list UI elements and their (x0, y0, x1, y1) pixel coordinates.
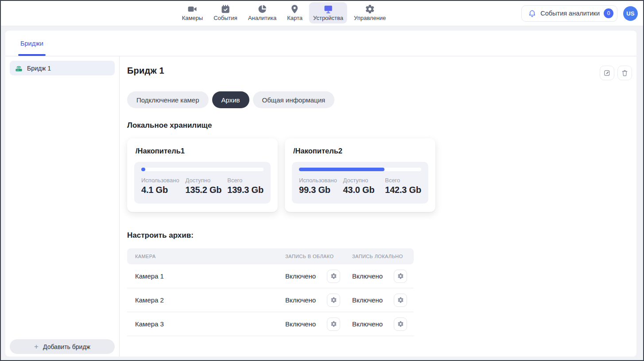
cloud-record-status: Включено (285, 296, 316, 304)
stat-used: Использовано 99.3 Gb (299, 177, 343, 195)
stat-available: Доступно 135.2 Gb (186, 177, 228, 195)
table-row-camera-3: Камера 3 Включено Включено (127, 312, 414, 336)
nav-item-management[interactable]: Управление (350, 2, 390, 24)
local-record-settings-button[interactable] (394, 270, 407, 283)
drive-stats: Использовано 99.3 Gb Доступно 43.0 Gb Вс… (299, 177, 421, 195)
local-record-cell: Включено (352, 318, 407, 331)
stat-available: Доступно 43.0 Gb (343, 177, 385, 195)
stat-used-value: 99.3 Gb (299, 185, 343, 195)
nav-item-map[interactable]: Карта (283, 2, 306, 24)
app-window: Камеры События Аналитика Карта Устройств… (0, 0, 644, 361)
title-actions (600, 66, 632, 80)
drive-stats: Использовано 4.1 Gb Доступно 135.2 Gb Вс… (141, 177, 264, 195)
drive-usage-panel: Использовано 4.1 Gb Доступно 135.2 Gb Вс… (134, 162, 271, 204)
local-record-status: Включено (352, 320, 383, 328)
storage-progress-bar (141, 168, 264, 171)
events-calendar-icon (221, 4, 231, 14)
main-nav: Камеры События Аналитика Карта Устройств… (178, 2, 390, 24)
gear-icon (330, 297, 337, 303)
local-record-status: Включено (352, 296, 383, 304)
storage-card-1: /Накопитель1 Использовано 4.1 Gb (127, 138, 278, 212)
local-record-settings-button[interactable] (394, 318, 407, 331)
sidebar-item-bridge-1[interactable]: Бридж 1 (10, 61, 115, 75)
gear-icon (330, 321, 337, 327)
top-bar: Камеры События Аналитика Карта Устройств… (1, 1, 643, 26)
cloud-record-cell: Включено (285, 294, 340, 307)
nav-label-management: Управление (354, 15, 386, 21)
storage-progress-fill (141, 168, 145, 171)
camera-name: Камера 3 (135, 320, 285, 328)
local-record-cell: Включено (352, 294, 407, 307)
stat-total-value: 139.3 Gb (227, 185, 264, 195)
analytics-events-label: События аналитики (540, 10, 600, 17)
stat-available-value: 135.2 Gb (186, 185, 228, 195)
workspace: Бриджи Бридж 1 + Добавить бридж (1, 26, 643, 360)
cloud-record-settings-button[interactable] (327, 270, 340, 283)
stat-total-value: 142.3 Gb (385, 185, 421, 195)
stat-used-label: Использовано (299, 177, 343, 184)
trash-icon (621, 69, 628, 77)
active-tab-indicator (18, 54, 46, 56)
user-avatar[interactable]: US (623, 6, 638, 21)
analytics-events-button[interactable]: События аналитики 0 (521, 5, 617, 22)
bridge-router-icon (15, 64, 23, 72)
stat-total: Всего 142.3 Gb (385, 177, 421, 195)
cloud-record-cell: Включено (285, 270, 340, 283)
nav-item-devices[interactable]: Устройства (309, 2, 347, 24)
cloud-record-settings-button[interactable] (327, 294, 340, 307)
table-row-camera-1: Камера 1 Включено Включено (127, 264, 414, 288)
nav-label-events: События (213, 15, 237, 21)
local-record-cell: Включено (352, 270, 407, 283)
nav-item-analytics[interactable]: Аналитика (244, 2, 280, 24)
stat-available-label: Доступно (343, 177, 385, 184)
stat-total: Всего 139.3 Gb (227, 177, 264, 195)
gear-icon (365, 4, 375, 14)
column-header-cloud-record: ЗАПИСЬ В ОБЛАКО (285, 254, 352, 259)
nav-label-analytics: Аналитика (248, 15, 276, 21)
nav-item-cameras[interactable]: Камеры (178, 2, 207, 24)
gear-icon (330, 273, 337, 279)
local-storage-heading: Локальное хранилище (127, 121, 632, 130)
storage-card-2: /Накопитель2 Использовано 99.3 Gb (285, 138, 435, 212)
storage-cards: /Накопитель1 Использовано 4.1 Gb (127, 138, 632, 212)
cloud-record-settings-button[interactable] (327, 318, 340, 331)
stat-used-value: 4.1 Gb (141, 185, 186, 195)
stat-available-value: 43.0 Gb (343, 185, 385, 195)
camera-name: Камера 1 (135, 272, 285, 280)
nav-item-events[interactable]: События (209, 2, 241, 24)
tab-archive[interactable]: Архив (212, 91, 249, 108)
nav-label-cameras: Камеры (182, 15, 203, 21)
gear-icon (397, 273, 404, 279)
bell-icon (528, 9, 536, 18)
panel-tabs: Бриджи (5, 31, 636, 56)
map-pin-icon (290, 4, 300, 14)
local-record-status: Включено (352, 272, 383, 280)
pie-chart-icon (257, 4, 268, 14)
cloud-record-cell: Включено (285, 318, 340, 331)
delete-bridge-button[interactable] (617, 66, 632, 80)
monitor-icon (323, 4, 334, 14)
tab-bridges[interactable]: Бриджи (20, 40, 43, 56)
camera-name: Камера 2 (135, 296, 285, 304)
column-header-camera: КАМЕРА (135, 254, 285, 259)
stat-total-label: Всего (385, 177, 421, 184)
edit-bridge-button[interactable] (600, 66, 614, 80)
column-header-local-record: ЗАПИСЬ ЛОКАЛЬНО (352, 254, 407, 259)
bridge-tabs: Подключение камер Архив Общая информация (127, 91, 632, 108)
tab-bridges-label: Бриджи (20, 40, 43, 47)
stat-used-label: Использовано (141, 177, 186, 184)
header-right: События аналитики 0 US (521, 1, 638, 26)
add-bridge-button[interactable]: + Добавить бридж (10, 339, 115, 354)
tab-camera-connection[interactable]: Подключение камер (127, 91, 209, 108)
events-count-badge: 0 (604, 8, 613, 18)
configure-archive-heading: Настроить архив: (127, 231, 632, 240)
stat-used: Использовано 4.1 Gb (141, 177, 186, 195)
camera-icon (187, 4, 198, 14)
local-record-settings-button[interactable] (394, 294, 407, 307)
nav-label-map: Карта (287, 15, 303, 21)
tab-general-info[interactable]: Общая информация (253, 91, 335, 108)
nav-label-devices: Устройства (313, 15, 343, 21)
storage-progress-fill (299, 168, 384, 171)
sidebar-spacer (10, 75, 115, 339)
drive-name: /Накопитель1 (134, 147, 271, 155)
